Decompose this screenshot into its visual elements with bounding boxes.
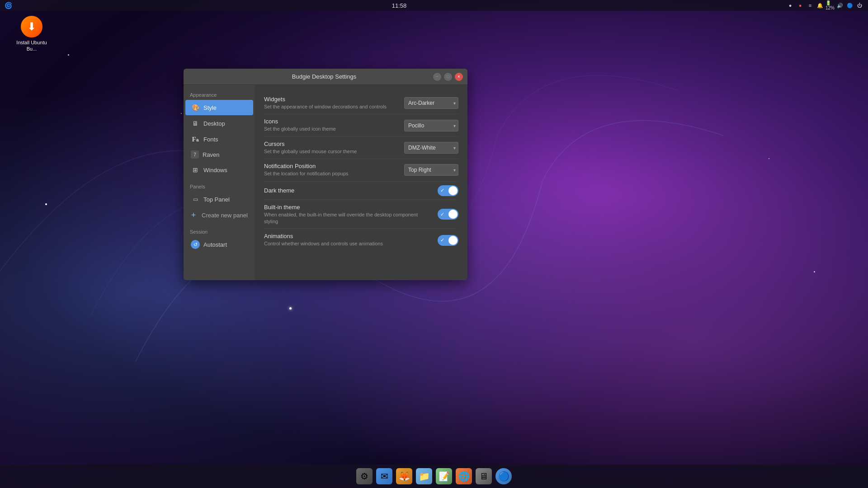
fonts-icon: Fₐ <box>191 135 200 144</box>
dark-theme-toggle[interactable]: ✓ <box>438 185 458 196</box>
notification-dropdown[interactable]: Top Right Top Left Bottom Right Bottom L… <box>404 164 458 176</box>
main-content: Widgets Set the appearance of window dec… <box>255 85 467 280</box>
notification-label: Notification Position Set the location f… <box>264 163 404 177</box>
autostart-icon: ↺ <box>191 240 200 249</box>
builtin-theme-setting: Built-in theme When enabled, the built-i… <box>264 200 458 230</box>
notification-title: Notification Position <box>264 163 397 169</box>
sidebar-label-windows: Windows <box>203 167 227 174</box>
notification-icon[interactable]: 🔔 <box>816 2 824 9</box>
sidebar-label-desktop: Desktop <box>203 120 225 127</box>
sidebar-label-top-panel: Top Panel <box>203 196 230 203</box>
sidebar: Appearance 🎨 Style 🖥 Desktop Fₐ Fonts 7 … <box>184 85 255 280</box>
files-icon: 📁 <box>416 468 432 484</box>
dock-icon-budgie[interactable]: ⚙ <box>355 467 373 485</box>
icons-label: Icons Set the globally used icon theme <box>264 118 404 132</box>
volume-icon[interactable]: 🔊 <box>836 2 844 9</box>
builtin-theme-toggle[interactable]: ✓ <box>438 209 458 220</box>
cursors-dropdown[interactable]: DMZ-White DMZ-Black Adwaita <box>404 142 458 154</box>
system-tray: ● ● ≡ 🔔 🔋 12% 🔊 🔵 ⏻ <box>787 2 863 9</box>
timeshift-icon: 🦊 <box>396 468 412 484</box>
widgets-dropdown-wrapper: Arc-Darker Adwaita Arc Numix ▾ <box>404 97 458 109</box>
dock-icon-files[interactable]: 📁 <box>415 467 433 485</box>
icons-setting: Icons Set the globally used icon theme P… <box>264 114 458 136</box>
dock-icon-synaptic[interactable]: 🖥 <box>475 467 493 485</box>
sidebar-label-autostart: Autostart <box>203 241 227 248</box>
window-title: Budgie Desktop Settings <box>215 73 433 80</box>
animations-desc: Control whether windows and controls use… <box>264 240 430 247</box>
install-ubuntu-icon[interactable]: ⬇ Install Ubuntu Bu... <box>14 16 50 52</box>
notification-desc: Set the location for notification popups <box>264 170 397 177</box>
builtin-desc: When enabled, the built-in theme will ov… <box>264 211 430 225</box>
taskbar-left: 🌀 <box>5 2 12 9</box>
window-body: Appearance 🎨 Style 🖥 Desktop Fₐ Fonts 7 … <box>184 85 467 280</box>
dock-icon-budgie-app[interactable]: 🔵 <box>495 467 513 485</box>
animations-toggle[interactable]: ✓ <box>438 235 458 246</box>
sidebar-label-raven: Raven <box>203 151 220 158</box>
widgets-title: Widgets <box>264 96 397 103</box>
builtin-check-icon: ✓ <box>440 211 444 217</box>
animations-check-icon: ✓ <box>440 237 444 243</box>
icons-title: Icons <box>264 118 397 125</box>
settings-window: Budgie Desktop Settings − □ × Appearance… <box>184 69 467 280</box>
dark-theme-label: Dark theme <box>264 187 438 194</box>
notification-position-setting: Notification Position Set the location f… <box>264 159 458 181</box>
icons-dropdown[interactable]: Pocillo Adwaita Papirus <box>404 120 458 131</box>
cursors-setting: Cursors Set the globally used mouse curs… <box>264 137 458 159</box>
widgets-desc: Set the appearance of window decorations… <box>264 103 397 110</box>
budgie-menu-icon[interactable]: 🌀 <box>5 2 12 9</box>
window-titlebar: Budgie Desktop Settings − □ × <box>184 69 467 85</box>
dock-icon-mail[interactable]: ✉ <box>375 467 393 485</box>
bluetooth-icon[interactable]: 🔵 <box>846 2 854 9</box>
dock-icon-text[interactable]: 📝 <box>435 467 453 485</box>
widgets-label: Widgets Set the appearance of window dec… <box>264 96 404 110</box>
sidebar-item-desktop[interactable]: 🖥 Desktop <box>185 116 253 131</box>
clock: 11:58 <box>392 2 407 9</box>
widgets-setting: Widgets Set the appearance of window dec… <box>264 92 458 114</box>
cursors-dropdown-wrapper: DMZ-White DMZ-Black Adwaita ▾ <box>404 142 458 154</box>
window-controls: − □ × <box>433 73 463 81</box>
sidebar-label-style: Style <box>203 104 217 111</box>
create-panel-button[interactable]: + Create new panel <box>184 207 255 223</box>
dark-theme-knob <box>448 186 458 195</box>
add-panel-icon: + <box>189 211 198 220</box>
record-indicator2: ● <box>797 2 804 9</box>
minimize-button[interactable]: − <box>433 73 441 81</box>
widgets-dropdown[interactable]: Arc-Darker Adwaita Arc Numix <box>404 97 458 109</box>
sidebar-item-top-panel[interactable]: ▭ Top Panel <box>185 192 253 207</box>
animations-label: Animations Control whether windows and c… <box>264 233 438 247</box>
install-icon-label: Install Ubuntu Bu... <box>14 39 50 52</box>
create-panel-label: Create new panel <box>202 212 248 219</box>
close-button[interactable]: × <box>455 73 463 81</box>
session-section-label: Session <box>184 226 255 236</box>
sidebar-item-autostart[interactable]: ↺ Autostart <box>185 237 253 252</box>
sidebar-item-style[interactable]: 🎨 Style <box>185 100 253 115</box>
cursors-desc: Set the globally used mouse cursor theme <box>264 148 397 155</box>
record-indicator: ● <box>787 2 794 9</box>
sidebar-item-windows[interactable]: ⊞ Windows <box>185 162 253 178</box>
notification-dropdown-wrapper: Top Right Top Left Bottom Right Bottom L… <box>404 164 458 176</box>
firefox-icon: 🌐 <box>456 468 472 484</box>
dark-theme-title: Dark theme <box>264 187 430 194</box>
taskbar-top: 🌀 11:58 ● ● ≡ 🔔 🔋 12% 🔊 🔵 ⏻ <box>0 0 868 11</box>
dock-icon-timeshift[interactable]: 🦊 <box>395 467 413 485</box>
dark-theme-setting: Dark theme ✓ <box>264 182 458 200</box>
mail-icon: ✉ <box>376 468 392 484</box>
animations-setting: Animations Control whether windows and c… <box>264 229 458 251</box>
desktop-icon-sidebar: 🖥 <box>191 119 200 128</box>
icons-dropdown-wrapper: Pocillo Adwaita Papirus ▾ <box>404 120 458 131</box>
battery-icon: 🔋 12% <box>826 2 834 9</box>
sidebar-label-fonts: Fonts <box>203 136 218 143</box>
dock-icon-firefox[interactable]: 🌐 <box>455 467 473 485</box>
icons-desc: Set the globally used icon theme <box>264 126 397 132</box>
maximize-button[interactable]: □ <box>444 73 452 81</box>
sidebar-item-raven[interactable]: 7 Raven <box>185 147 253 162</box>
synaptic-icon: 🖥 <box>476 468 492 484</box>
dark-theme-check-icon: ✓ <box>440 188 444 193</box>
install-icon-image: ⬇ <box>21 16 42 38</box>
budgie-app-icon: 🔵 <box>495 468 512 484</box>
menu-icon[interactable]: ≡ <box>807 2 814 9</box>
power-icon[interactable]: ⏻ <box>856 2 863 9</box>
panels-section-label: Panels <box>184 181 255 191</box>
sidebar-item-fonts[interactable]: Fₐ Fonts <box>185 131 253 147</box>
animations-title: Animations <box>264 233 430 239</box>
